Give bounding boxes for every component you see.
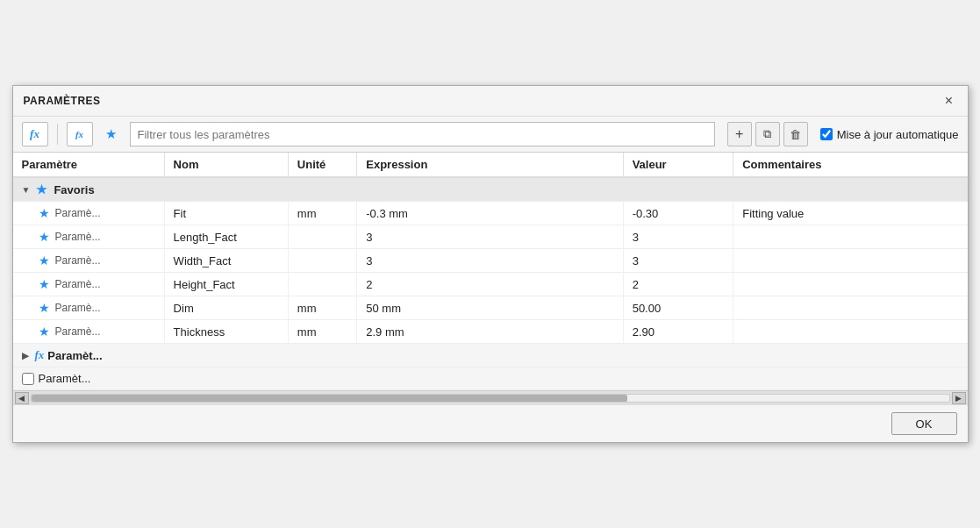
row-commentaires-0: Fitting value <box>733 202 968 225</box>
auto-update-label[interactable]: Mise à jour automatique <box>820 128 959 141</box>
close-button[interactable]: × <box>941 93 957 109</box>
checkbox-group-label: Paramèt... <box>39 372 91 385</box>
favorites-label: Favoris <box>54 183 94 196</box>
search-input[interactable] <box>130 122 715 146</box>
header-commentaires: Commentaires <box>733 153 968 177</box>
favorites-group-header[interactable]: ▼ ★ Favoris <box>13 177 968 202</box>
row-unite-3 <box>288 273 356 296</box>
action-buttons: + ⧉ 🗑 <box>727 122 808 146</box>
table-row[interactable]: ★ Paramè... Length_Fact 3 3 <box>13 225 968 249</box>
fx-button-2[interactable]: fx <box>67 122 93 146</box>
table-row[interactable]: ★ Paramè... Width_Fact 3 3 <box>13 249 968 273</box>
horizontal-scrollbar[interactable]: ◀ ▶ <box>13 390 968 404</box>
row-valeur-0: -0.30 <box>623 202 733 225</box>
row-star-icon: ★ <box>39 253 50 268</box>
star-filter-icon: ★ <box>105 126 117 142</box>
row-nom-2: Width_Fact <box>164 249 288 273</box>
table-row[interactable]: ★ Paramè... Thickness mm 2.9 mm 2.90 <box>13 320 968 344</box>
copy-icon: ⧉ <box>763 127 771 141</box>
row-nom-3: Height_Fact <box>164 273 288 296</box>
header-nom: Nom <box>164 153 288 177</box>
dialog-title: PARAMÈTRES <box>24 95 101 107</box>
row-unite-0: mm <box>288 202 356 225</box>
checkbox-group-checkbox[interactable] <box>22 373 34 385</box>
row-parametre-2: Paramè... <box>55 254 101 267</box>
auto-update-checkbox[interactable] <box>820 128 833 140</box>
row-parametre-1: Paramè... <box>55 231 101 243</box>
favorites-star-icon: ★ <box>36 182 47 196</box>
header-valeur: Valeur <box>623 153 733 177</box>
header-unite: Unité <box>288 153 356 177</box>
checkbox-group-row[interactable]: Paramèt... <box>13 367 968 390</box>
table-row[interactable]: ★ Paramè... Dim mm 50 mm 50.00 <box>13 296 968 320</box>
row-expression-4: 50 mm <box>357 296 623 320</box>
scroll-right-button[interactable]: ▶ <box>952 392 966 404</box>
row-expression-1: 3 <box>357 225 623 249</box>
delete-button[interactable]: 🗑 <box>783 122 808 146</box>
fx-icon-2: fx <box>75 129 83 139</box>
row-unite-1 <box>288 225 356 249</box>
fx-group-label: Paramèt... <box>47 349 102 362</box>
row-unite-2 <box>288 249 356 273</box>
row-valeur-3: 2 <box>623 273 733 296</box>
row-commentaires-3 <box>733 273 968 296</box>
row-unite-5: mm <box>288 320 356 344</box>
favorites-chevron-icon: ▼ <box>22 185 31 195</box>
fx-icon-1: fx <box>30 127 39 141</box>
row-star-icon: ★ <box>39 230 50 244</box>
fx-group-row[interactable]: ▶ fx Paramèt... <box>13 344 968 367</box>
add-button[interactable]: + <box>727 122 752 146</box>
auto-update-text: Mise à jour automatique <box>837 128 959 141</box>
row-commentaires-5 <box>733 320 968 344</box>
header-expression: Expression <box>357 153 623 177</box>
row-expression-2: 3 <box>357 249 623 273</box>
fx-button-1[interactable]: fx <box>22 122 48 146</box>
table-row[interactable]: ★ Paramè... Fit mm -0.3 mm -0.30 Fitting… <box>13 202 968 225</box>
scroll-left-button[interactable]: ◀ <box>15 392 29 404</box>
row-commentaires-4 <box>733 296 968 320</box>
main-content: Paramètre Nom Unité Expression Valeur Co… <box>13 153 968 404</box>
row-expression-5: 2.9 mm <box>357 320 623 344</box>
row-valeur-4: 50.00 <box>623 296 733 320</box>
title-bar: PARAMÈTRES × <box>13 86 968 117</box>
row-commentaires-1 <box>733 225 968 249</box>
row-expression-0: -0.3 mm <box>357 202 623 225</box>
row-star-icon: ★ <box>39 325 50 339</box>
row-expression-3: 2 <box>357 273 623 296</box>
star-filter-button[interactable]: ★ <box>98 122 125 146</box>
row-parametre-0: Paramè... <box>55 207 101 219</box>
parameters-dialog: PARAMÈTRES × fx fx ★ + ⧉ 🗑 Mise à jour a… <box>12 85 969 443</box>
fx-group-chevron-icon: ▶ <box>22 351 29 360</box>
scroll-thumb <box>32 395 628 402</box>
parameters-table: Paramètre Nom Unité Expression Valeur Co… <box>13 153 968 390</box>
row-parametre-3: Paramè... <box>55 278 101 290</box>
copy-button[interactable]: ⧉ <box>755 122 780 146</box>
row-parametre-4: Paramè... <box>55 302 101 314</box>
row-nom-0: Fit <box>164 202 288 225</box>
row-nom-5: Thickness <box>164 320 288 344</box>
row-commentaires-2 <box>733 249 968 273</box>
table-container: Paramètre Nom Unité Expression Valeur Co… <box>13 153 968 390</box>
toolbar-separator <box>57 124 58 145</box>
footer: OK <box>13 404 968 442</box>
row-star-icon: ★ <box>39 277 50 291</box>
row-star-icon: ★ <box>39 206 50 220</box>
row-valeur-5: 2.90 <box>623 320 733 344</box>
row-unite-4: mm <box>288 296 356 320</box>
row-star-icon: ★ <box>39 301 50 315</box>
fx-group-icon: fx <box>35 348 45 362</box>
toolbar: fx fx ★ + ⧉ 🗑 Mise à jour automatique <box>13 117 968 153</box>
row-valeur-2: 3 <box>623 249 733 273</box>
row-valeur-1: 3 <box>623 225 733 249</box>
row-nom-4: Dim <box>164 296 288 320</box>
header-parametre: Paramètre <box>13 153 165 177</box>
ok-button[interactable]: OK <box>891 412 957 435</box>
scroll-track[interactable] <box>31 394 950 403</box>
delete-icon: 🗑 <box>790 128 801 141</box>
row-parametre-5: Paramè... <box>55 325 101 338</box>
row-nom-1: Length_Fact <box>164 225 288 249</box>
table-row[interactable]: ★ Paramè... Height_Fact 2 2 <box>13 273 968 296</box>
